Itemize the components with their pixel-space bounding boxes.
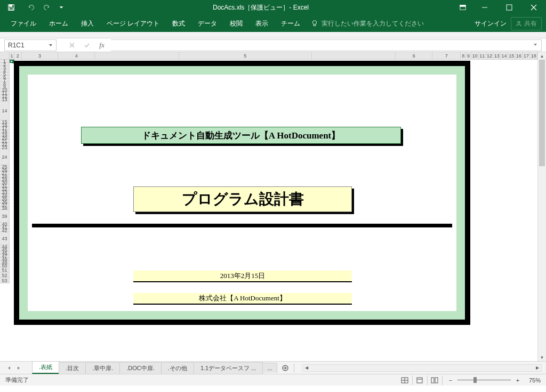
column-header[interactable]: 4: [58, 52, 95, 59]
maximize-button[interactable]: [497, 0, 521, 15]
name-box[interactable]: R1C1: [4, 39, 57, 51]
person-icon: [516, 20, 522, 27]
chevron-down-icon: [49, 42, 53, 49]
svg-rect-2: [10, 8, 13, 10]
sheet-tab-bar: .表紙.目次.章中扉..DOC中扉..その他1.1データベースフ ... ...…: [0, 361, 546, 374]
tool-title-box: ドキュメント自動生成ツール【A HotDocument】: [81, 127, 401, 144]
tab-nav-next[interactable]: [14, 363, 23, 373]
row-header[interactable]: 52: [0, 273, 9, 278]
sheet-tabs-more[interactable]: ...: [262, 363, 277, 373]
column-header[interactable]: 15: [508, 52, 516, 59]
sheet-tab[interactable]: .目次: [59, 362, 86, 374]
column-header[interactable]: 7: [432, 52, 461, 59]
insert-function-button[interactable]: fx: [95, 39, 109, 51]
sheet-tab[interactable]: .その他: [161, 362, 194, 374]
sheet-tab[interactable]: .DOC中扉.: [119, 362, 162, 374]
minimize-button[interactable]: [472, 0, 497, 15]
sheet-tab[interactable]: .章中扉.: [85, 362, 120, 374]
column-header[interactable]: 12: [486, 52, 494, 59]
normal-view-button[interactable]: [398, 375, 413, 385]
scroll-up-button[interactable]: ▲: [538, 52, 546, 60]
formula-input[interactable]: [111, 39, 542, 51]
tab-team[interactable]: チーム: [275, 15, 307, 32]
ribbon-display-options[interactable]: [453, 0, 472, 15]
sheet-area: 123456789101112131415161718 123456789101…: [0, 52, 546, 361]
scroll-down-button[interactable]: ▼: [538, 354, 546, 361]
column-headers[interactable]: 123456789101112131415161718: [10, 52, 537, 60]
qat-customize[interactable]: [54, 1, 68, 14]
sheet-tabs: .表紙.目次.章中扉..DOC中扉..その他1.1データベースフ ...: [32, 362, 262, 374]
tab-file[interactable]: ファイル: [4, 15, 43, 32]
tab-home[interactable]: ホーム: [43, 15, 75, 32]
horizontal-scrollbar[interactable]: ◀ ▶: [302, 364, 542, 372]
row-header[interactable]: 14: [0, 101, 9, 120]
add-sheet-button[interactable]: [279, 365, 292, 371]
fx-icon: fx: [99, 41, 104, 50]
tab-insert[interactable]: 挿入: [75, 15, 100, 32]
scroll-left-button[interactable]: ◀: [303, 365, 310, 371]
tab-data[interactable]: データ: [191, 15, 223, 32]
tab-nav-prev[interactable]: [4, 363, 14, 373]
save-button[interactable]: [4, 1, 18, 14]
expand-formula-bar-button[interactable]: [529, 42, 541, 49]
date-box: 2013年2月15日: [133, 271, 352, 282]
sign-in-link[interactable]: サインイン: [475, 19, 507, 28]
column-header[interactable]: 14: [501, 52, 508, 59]
enter-formula-button[interactable]: [80, 39, 94, 51]
share-button[interactable]: 共有: [511, 17, 542, 30]
status-text: 準備完了: [5, 376, 29, 384]
vertical-scrollbar[interactable]: ▲ ▼: [537, 52, 546, 361]
column-header[interactable]: [95, 52, 179, 59]
column-header[interactable]: 1: [10, 52, 14, 59]
svg-rect-22: [435, 378, 438, 383]
row-header[interactable]: 53: [0, 278, 9, 283]
undo-button[interactable]: [25, 1, 38, 14]
zoom-in-button[interactable]: +: [514, 377, 521, 383]
ribbon-collapsed-area: [0, 32, 546, 38]
tab-review[interactable]: 校閲: [223, 15, 249, 32]
cancel-formula-button[interactable]: [65, 39, 79, 51]
column-header[interactable]: 17: [523, 52, 531, 59]
svg-rect-21: [431, 378, 434, 383]
zoom-thumb[interactable]: [473, 377, 477, 383]
zoom-out-button[interactable]: −: [447, 377, 454, 383]
column-header[interactable]: 9: [466, 52, 471, 59]
sheet-tab[interactable]: .表紙: [32, 361, 59, 374]
column-header[interactable]: [312, 52, 396, 59]
page-break-view-button[interactable]: [428, 375, 443, 385]
column-header[interactable]: 6: [396, 52, 432, 59]
redo-button[interactable]: [39, 1, 53, 14]
row-header[interactable]: 51: [0, 267, 9, 273]
vscroll-thumb[interactable]: [539, 60, 545, 166]
tell-me-placeholder: 実行したい作業を入力してください: [322, 19, 424, 28]
column-header[interactable]: 16: [516, 52, 523, 59]
column-header[interactable]: 2: [14, 52, 22, 59]
column-header[interactable]: 8: [461, 52, 466, 59]
grid[interactable]: ドキュメント自動生成ツール【A HotDocument】 プログラム設計書 20…: [10, 60, 537, 361]
column-header[interactable]: 13: [493, 52, 501, 59]
sheet-tab[interactable]: 1.1データベースフ ...: [194, 362, 263, 374]
svg-point-9: [313, 21, 317, 24]
quick-access-toolbar: [0, 1, 68, 14]
column-header[interactable]: 5: [179, 52, 312, 59]
row-header[interactable]: 24: [0, 149, 9, 165]
row-headers[interactable]: 1234567891011121314151617181920212223242…: [0, 60, 10, 283]
column-header[interactable]: 3: [22, 52, 59, 59]
column-header[interactable]: 10: [471, 52, 479, 59]
column-header[interactable]: 11: [479, 52, 486, 59]
row-header[interactable]: 43: [0, 232, 9, 245]
titlebar: DocAcs.xls［保護ビュー］- Excel: [0, 0, 546, 15]
tab-view[interactable]: 表示: [249, 15, 275, 32]
page-layout-view-button[interactable]: [413, 375, 428, 385]
zoom-slider[interactable]: [457, 379, 511, 381]
row-header[interactable]: 39: [0, 210, 9, 223]
column-header[interactable]: 18: [530, 52, 537, 59]
tell-me-search[interactable]: 実行したい作業を入力してください: [311, 19, 424, 28]
tab-pagelayout[interactable]: ページ レイアウト: [100, 15, 166, 32]
svg-rect-1: [10, 5, 12, 7]
tab-formulas[interactable]: 数式: [166, 15, 191, 32]
zoom-level[interactable]: 75%: [529, 377, 541, 383]
scroll-right-button[interactable]: ▶: [534, 365, 541, 371]
cover-sheet-content: ドキュメント自動生成ツール【A HotDocument】 プログラム設計書 20…: [14, 61, 470, 325]
close-button[interactable]: [521, 0, 546, 15]
